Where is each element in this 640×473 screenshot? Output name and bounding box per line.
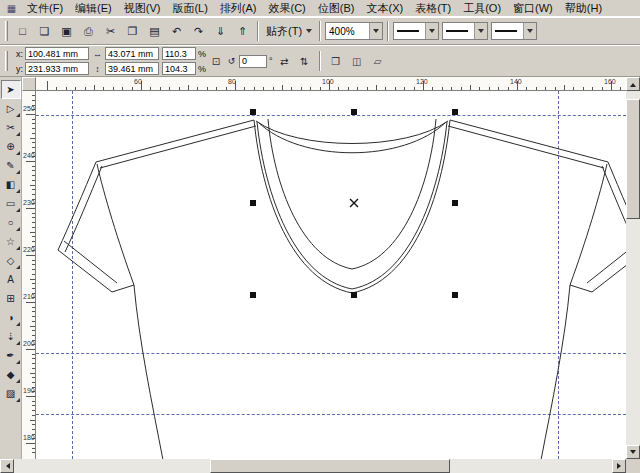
scale-v-field[interactable] bbox=[162, 62, 196, 75]
line-end-style-combo[interactable] bbox=[491, 22, 537, 40]
export-icon[interactable]: ⇑ bbox=[232, 21, 253, 42]
scroll-up-button[interactable] bbox=[626, 77, 640, 91]
ruler-tick bbox=[32, 189, 35, 190]
polygon-tool[interactable]: ☆ bbox=[1, 232, 21, 251]
menu-item-edit[interactable]: 编辑(E) bbox=[69, 0, 118, 17]
document-window-icon[interactable]: ▦ bbox=[5, 2, 18, 15]
toolbox: ➤▷✂⊕✎◧▭○☆◇A⊞◑⇣✒◆▨ bbox=[0, 77, 22, 459]
mirror-vertical-button[interactable]: ⇅ bbox=[296, 53, 313, 70]
freehand-tool[interactable]: ✎ bbox=[1, 156, 21, 175]
menu-item-window[interactable]: 窗口(W) bbox=[507, 0, 559, 17]
selection-handle[interactable] bbox=[452, 109, 458, 115]
copy-icon[interactable]: ❐ bbox=[122, 21, 143, 42]
save-icon[interactable]: ▣ bbox=[56, 21, 77, 42]
interactive-fill-tool[interactable]: ▨ bbox=[1, 384, 21, 403]
selection-center[interactable] bbox=[350, 199, 358, 207]
zoom-level-input[interactable] bbox=[329, 24, 363, 38]
selection-handle[interactable] bbox=[250, 200, 256, 206]
dropdown-button[interactable] bbox=[425, 23, 438, 39]
ruler-tick bbox=[26, 255, 35, 256]
snap-dropdown[interactable]: 贴齐(T) bbox=[263, 22, 315, 41]
menu-item-layout[interactable]: 版面(L) bbox=[166, 0, 213, 17]
horizontal-scroll-thumb[interactable] bbox=[210, 459, 450, 473]
drawing-canvas[interactable] bbox=[36, 91, 626, 459]
menu-item-arrange[interactable]: 排列(A) bbox=[214, 0, 263, 17]
toolbar-grip[interactable] bbox=[5, 21, 8, 41]
blend-tool[interactable]: ◑ bbox=[1, 308, 21, 327]
undo-icon[interactable]: ↶ bbox=[166, 21, 187, 42]
selection-handle[interactable] bbox=[452, 200, 458, 206]
vertical-ruler[interactable]: 250240230220210200190180 bbox=[22, 91, 36, 459]
toolbar-grip[interactable] bbox=[5, 51, 8, 71]
ruler-tick bbox=[32, 260, 35, 261]
object-width-field[interactable] bbox=[105, 47, 159, 60]
basic-shapes-tool[interactable]: ◇ bbox=[1, 251, 21, 270]
propbar-button[interactable]: ◫ bbox=[348, 52, 366, 70]
propbar-button[interactable]: ▱ bbox=[369, 52, 387, 70]
scroll-left-button[interactable] bbox=[0, 459, 14, 473]
zoom-dropdown-button[interactable] bbox=[369, 23, 382, 39]
paste-icon[interactable]: ▤ bbox=[144, 21, 165, 42]
scroll-right-button[interactable] bbox=[612, 459, 626, 473]
rotation-angle-field[interactable] bbox=[239, 55, 267, 68]
pick-tool[interactable]: ➤ bbox=[1, 80, 21, 99]
ruler-tick bbox=[244, 87, 245, 90]
ruler-tick bbox=[32, 410, 35, 411]
mirror-horizontal-button[interactable]: ⇄ bbox=[276, 53, 293, 70]
import-icon[interactable]: ⇓ bbox=[210, 21, 231, 42]
vertical-scroll-thumb[interactable] bbox=[626, 99, 640, 219]
redo-icon[interactable]: ↷ bbox=[188, 21, 209, 42]
horizontal-ruler[interactable]: 6080100120140160 bbox=[36, 77, 626, 91]
object-height-field[interactable] bbox=[105, 62, 159, 75]
text-tool[interactable]: A bbox=[1, 270, 21, 289]
line-style-combo[interactable] bbox=[442, 22, 488, 40]
hruler-label: 160 bbox=[604, 78, 616, 85]
vertical-scrollbar[interactable] bbox=[626, 77, 640, 459]
menu-item-tools[interactable]: 工具(O) bbox=[457, 0, 507, 17]
horizontal-scrollbar[interactable] bbox=[0, 459, 626, 473]
ruler-tick bbox=[573, 87, 574, 90]
dropdown-button[interactable] bbox=[523, 23, 536, 39]
eyedropper-tool[interactable]: ⇣ bbox=[1, 327, 21, 346]
propbar-button[interactable]: ❒ bbox=[327, 52, 345, 70]
menu-item-file[interactable]: 文件(F) bbox=[21, 0, 69, 17]
menu-item-table[interactable]: 表格(T) bbox=[409, 0, 457, 17]
menu-item-text[interactable]: 文本(X) bbox=[360, 0, 409, 17]
shape-tool[interactable]: ▷ bbox=[1, 99, 21, 118]
zoom-level-combo[interactable] bbox=[325, 22, 383, 40]
selection-handle[interactable] bbox=[452, 292, 458, 298]
x-position-field[interactable] bbox=[25, 47, 89, 60]
outline-pen-tool[interactable]: ✒ bbox=[1, 346, 21, 365]
menu-item-view[interactable]: 视图(V) bbox=[118, 0, 167, 17]
selection-handle[interactable] bbox=[351, 109, 357, 115]
smart-fill-tool[interactable]: ◧ bbox=[1, 175, 21, 194]
menu-item-bitmaps[interactable]: 位图(B) bbox=[312, 0, 361, 17]
dropdown-button[interactable] bbox=[474, 23, 487, 39]
scale-h-field[interactable] bbox=[162, 47, 196, 60]
crop-tool[interactable]: ✂ bbox=[1, 118, 21, 137]
selection-handle[interactable] bbox=[351, 292, 357, 298]
outline-width-combo[interactable] bbox=[393, 22, 439, 40]
menu-item-help[interactable]: 帮助(H) bbox=[559, 0, 608, 17]
table-tool[interactable]: ⊞ bbox=[1, 289, 21, 308]
tshirt-drawing[interactable] bbox=[58, 119, 626, 459]
ruler-tick bbox=[197, 87, 198, 90]
new-icon[interactable]: □ bbox=[12, 21, 33, 42]
ruler-origin-button[interactable] bbox=[22, 77, 36, 91]
fill-tool[interactable]: ◆ bbox=[1, 365, 21, 384]
zoom-tool[interactable]: ⊕ bbox=[1, 137, 21, 156]
y-position-field[interactable] bbox=[25, 62, 89, 75]
lock-ratio-icon[interactable]: ⊡ bbox=[209, 48, 223, 74]
rectangle-tool[interactable]: ▭ bbox=[1, 194, 21, 213]
scroll-down-button[interactable] bbox=[626, 445, 640, 459]
open-icon[interactable]: ❏ bbox=[34, 21, 55, 42]
selection-handle[interactable] bbox=[250, 292, 256, 298]
ellipse-tool[interactable]: ○ bbox=[1, 213, 21, 232]
ruler-tick bbox=[414, 87, 415, 90]
menu-item-effects[interactable]: 效果(C) bbox=[263, 0, 312, 17]
ruler-tick bbox=[32, 180, 35, 181]
selection-handle[interactable] bbox=[250, 109, 256, 115]
print-icon[interactable]: ⎙ bbox=[78, 21, 99, 42]
cut-icon[interactable]: ✂ bbox=[100, 21, 121, 42]
ruler-tick bbox=[357, 87, 358, 90]
